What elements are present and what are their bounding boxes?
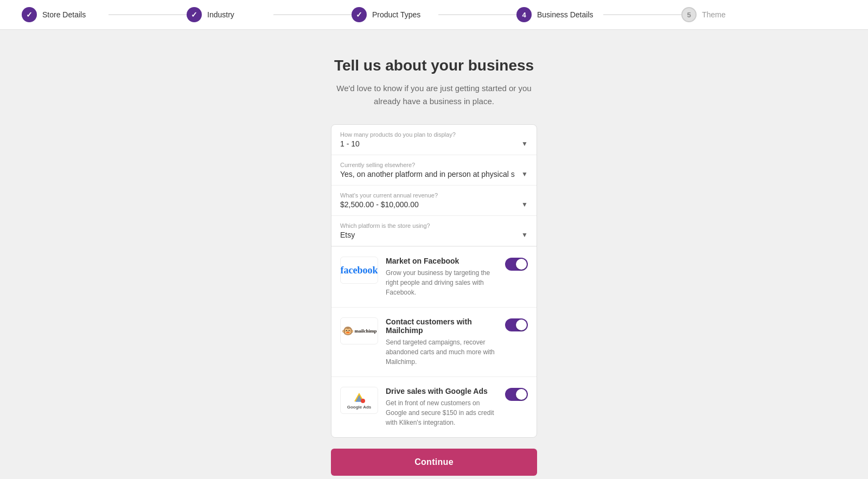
- step-number-business: 4: [522, 11, 526, 19]
- facebook-toggle-knob: [516, 259, 527, 270]
- products-selected: 1 - 10: [340, 139, 360, 148]
- mailchimp-toggle-knob: [516, 320, 527, 330]
- form-card: How many products do you plan to display…: [331, 124, 537, 438]
- checkmark-icon-2: ✓: [191, 10, 197, 19]
- step-indicator-product-types: ✓: [352, 7, 367, 22]
- platform-value-row: Etsy ▼: [340, 231, 528, 239]
- checkmark-icon: ✓: [26, 10, 33, 19]
- google-ads-wordmark: Google Ads: [347, 405, 372, 410]
- step-label-product-types: Product Types: [372, 10, 420, 19]
- step-industry[interactable]: ✓ Industry: [187, 7, 352, 22]
- mailchimp-toggle[interactable]: [505, 318, 528, 331]
- facebook-desc: Grow your business by targeting the righ…: [386, 268, 497, 297]
- checkmark-icon-3: ✓: [356, 10, 362, 19]
- step-indicator-business-details: 4: [516, 7, 532, 22]
- continue-button[interactable]: Continue: [331, 449, 537, 476]
- selling-dropdown[interactable]: Currently selling elsewhere? Yes, on ano…: [331, 155, 537, 186]
- progress-bar: ✓ Store Details ✓ Industry ✓ Product Typ…: [0, 0, 868, 30]
- google-ads-desc: Get in front of new customers on Google …: [386, 398, 497, 427]
- google-ads-icon: [353, 392, 365, 404]
- products-arrow-icon: ▼: [521, 140, 528, 148]
- page-subtitle: We'd love to know if you are just gettin…: [326, 82, 542, 108]
- main-content: Tell us about your business We'd love to…: [0, 30, 868, 479]
- platform-selected: Etsy: [340, 231, 355, 239]
- selling-value-row: Yes, on another platform and in person a…: [340, 170, 528, 178]
- step-business-details[interactable]: 4 Business Details: [516, 7, 681, 22]
- step-label-business-details: Business Details: [537, 10, 593, 19]
- revenue-arrow-icon: ▼: [521, 201, 528, 208]
- facebook-integration: facebook Market on Facebook Grow your bu…: [331, 246, 537, 307]
- mailchimp-desc: Send targeted campaigns, recover abandon…: [386, 337, 497, 367]
- google-ads-integration: Google Ads Drive sales with Google Ads G…: [331, 376, 537, 437]
- revenue-label: What's your current annual revenue?: [340, 192, 528, 199]
- step-number-theme: 5: [687, 11, 691, 19]
- mailchimp-integration: 🐵 mailchimp Contact customers with Mailc…: [331, 307, 537, 376]
- step-product-types[interactable]: ✓ Product Types: [352, 7, 516, 22]
- revenue-value-row: $2,500.00 - $10,000.00 ▼: [340, 200, 528, 209]
- step-indicator-store-details: ✓: [22, 7, 37, 22]
- mailchimp-logo: 🐵 mailchimp: [340, 317, 378, 344]
- revenue-selected: $2,500.00 - $10,000.00: [340, 200, 419, 209]
- step-store-details[interactable]: ✓ Store Details: [22, 7, 187, 22]
- products-label: How many products do you plan to display…: [340, 131, 528, 138]
- facebook-title: Market on Facebook: [386, 257, 497, 265]
- step-label-theme: Theme: [702, 10, 726, 19]
- selling-label: Currently selling elsewhere?: [340, 162, 528, 168]
- facebook-wordmark: facebook: [341, 265, 378, 276]
- platform-arrow-icon: ▼: [521, 231, 528, 239]
- step-indicator-theme: 5: [681, 7, 697, 22]
- facebook-toggle[interactable]: [505, 258, 528, 271]
- platform-label: Which platform is the store using?: [340, 222, 528, 229]
- products-dropdown[interactable]: How many products do you plan to display…: [331, 125, 537, 155]
- step-theme[interactable]: 5 Theme: [681, 7, 846, 22]
- mailchimp-title: Contact customers with Mailchimp: [386, 317, 497, 335]
- selling-arrow-icon: ▼: [521, 170, 528, 178]
- svg-point-2: [361, 399, 365, 403]
- facebook-logo: facebook: [340, 257, 378, 284]
- selling-selected: Yes, on another platform and in person a…: [340, 170, 515, 178]
- page-title: Tell us about your business: [334, 57, 534, 74]
- step-indicator-industry: ✓: [187, 7, 202, 22]
- google-ads-toggle[interactable]: [505, 388, 528, 401]
- mailchimp-monkey-icon: 🐵: [342, 325, 354, 337]
- facebook-content: Market on Facebook Grow your business by…: [386, 257, 497, 297]
- google-ads-content: Drive sales with Google Ads Get in front…: [386, 387, 497, 427]
- step-label-industry: Industry: [207, 10, 234, 19]
- mailchimp-content: Contact customers with Mailchimp Send ta…: [386, 317, 497, 367]
- products-value-row: 1 - 10 ▼: [340, 139, 528, 148]
- mailchimp-wordmark: mailchimp: [355, 328, 377, 334]
- step-label-store-details: Store Details: [42, 10, 86, 19]
- google-ads-toggle-knob: [516, 389, 527, 400]
- google-ads-logo: Google Ads: [340, 387, 378, 414]
- revenue-dropdown[interactable]: What's your current annual revenue? $2,5…: [331, 186, 537, 216]
- google-ads-title: Drive sales with Google Ads: [386, 387, 497, 395]
- platform-dropdown[interactable]: Which platform is the store using? Etsy …: [331, 216, 537, 246]
